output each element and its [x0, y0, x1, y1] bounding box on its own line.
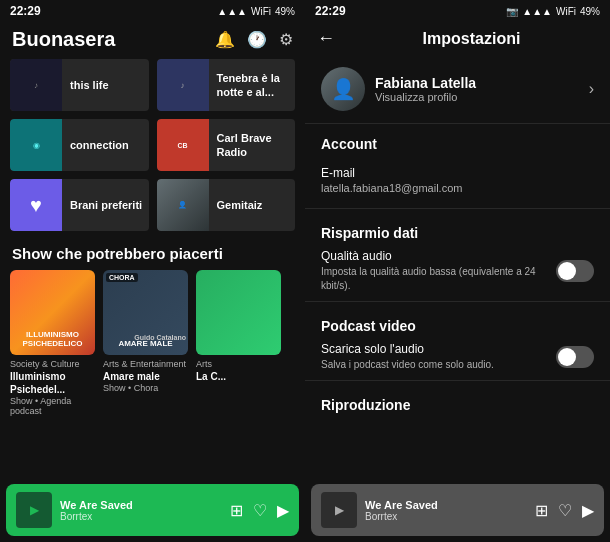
- scarica-audio-label: Scarica solo l'audio: [321, 342, 548, 356]
- show-name-illum: Illuminismo Psichedel...: [10, 370, 95, 396]
- toggle-thumb-qualita: [558, 262, 576, 280]
- player-controls-right: ⊞ ♡ ▶: [535, 501, 594, 520]
- grid-label-carl: Carl Brave Radio: [217, 131, 296, 160]
- header-icons: 🔔 🕐 ⚙: [215, 30, 293, 49]
- section-title-risparmio: Risparmio dati: [321, 225, 594, 241]
- grid-art-gemitaiz: 👤: [157, 179, 209, 231]
- section-title-riproduzione: Riproduzione: [321, 397, 594, 413]
- player-controls-left: ⊞ ♡ ▶: [230, 501, 289, 520]
- status-icons-right: 📷 ▲▲▲ WiFi 49%: [506, 6, 600, 17]
- grid-item-tenebra[interactable]: ♪ Tenebra è la notte e al...: [157, 59, 296, 111]
- show-item-illuminismo[interactable]: ILLUMINISMOPSICHEDELICO Society & Cultur…: [10, 270, 95, 416]
- devices-icon-right[interactable]: ⊞: [535, 501, 548, 520]
- greeting: Buonasera: [12, 28, 115, 51]
- scarica-audio-desc: Salva i podcast video come solo audio.: [321, 358, 548, 372]
- avatar-icon: 👤: [331, 77, 356, 101]
- grid-item-brani[interactable]: ♥ Brani preferiti: [10, 179, 149, 231]
- qualita-audio-info: Qualità audio Imposta la qualità audio b…: [321, 249, 556, 293]
- show-cover-third: [196, 270, 281, 355]
- qualita-audio-toggle[interactable]: [556, 260, 594, 282]
- section-account: Account E-mail latella.fabiana18@gmail.c…: [305, 124, 610, 204]
- signal-icon: ▲▲▲: [217, 6, 247, 17]
- settings-title: Impostazioni: [345, 30, 598, 48]
- section-risparmio: Risparmio dati Qualità audio Imposta la …: [305, 213, 610, 297]
- devices-icon[interactable]: ⊞: [230, 501, 243, 520]
- time-left: 22:29: [10, 4, 41, 18]
- header-row: Buonasera 🔔 🕐 ⚙: [0, 22, 305, 59]
- grid-label-brani: Brani preferiti: [70, 198, 142, 212]
- back-button[interactable]: ←: [317, 28, 335, 49]
- battery-right: 49%: [580, 6, 600, 17]
- grid-item-connection[interactable]: ◉ connection: [10, 119, 149, 171]
- show-name-amare: Amare male: [103, 370, 188, 383]
- show-cover-text-illum: ILLUMINISMOPSICHEDELICO: [14, 331, 91, 349]
- show-sub-illum: Show • Agenda podcast: [10, 396, 95, 416]
- show-cover-amare: CHORA AMARE MALE Guido Catalano: [103, 270, 188, 355]
- grid-label-tenebra: Tenebra è la notte e al...: [217, 71, 296, 100]
- player-info-left: We Are Saved Borrtex: [60, 499, 222, 522]
- scarica-audio-info: Scarica solo l'audio Salva i podcast vid…: [321, 342, 556, 372]
- show-category-amare: Arts & Entertainment: [103, 359, 188, 370]
- grid-label-connection: connection: [70, 138, 129, 152]
- section-title-podcast: Podcast video: [321, 318, 594, 334]
- settings-icon[interactable]: ⚙: [279, 30, 293, 49]
- profile-row[interactable]: 👤 Fabiana Latella Visualizza profilo ›: [305, 59, 610, 124]
- player-art-icon-right: ▶: [335, 503, 344, 517]
- settings-item-email: E-mail latella.fabiana18@gmail.com: [321, 160, 594, 200]
- divider-3: [305, 380, 610, 381]
- show-item-amare[interactable]: CHORA AMARE MALE Guido Catalano Arts & E…: [103, 270, 188, 416]
- show-name-third: La C...: [196, 370, 281, 383]
- qualita-audio-label: Qualità audio: [321, 249, 548, 263]
- history-icon[interactable]: 🕐: [247, 30, 267, 49]
- show-cover-illuminismo: ILLUMINISMOPSICHEDELICO: [10, 270, 95, 355]
- scarica-audio-toggle[interactable]: [556, 346, 594, 368]
- status-bar-right: 22:29 📷 ▲▲▲ WiFi 49%: [305, 0, 610, 22]
- play-icon[interactable]: ▶: [277, 501, 289, 520]
- show-item-third[interactable]: Arts La C...: [196, 270, 281, 416]
- heart-icon: ♥: [30, 194, 42, 217]
- grid-item-gemitaiz[interactable]: 👤 Gemitaiz: [157, 179, 296, 231]
- grid-item-carl-brave[interactable]: CB Carl Brave Radio: [157, 119, 296, 171]
- time-right: 22:29: [315, 4, 346, 18]
- heart-player-icon[interactable]: ♡: [253, 501, 267, 520]
- signal-icon-right: ▲▲▲: [522, 6, 552, 17]
- battery-left: 49%: [275, 6, 295, 17]
- player-info-right: We Are Saved Borrtex: [365, 499, 527, 522]
- profile-view-label: Visualizza profilo: [375, 91, 589, 103]
- grid-item-this-life[interactable]: ♪ this life: [10, 59, 149, 111]
- player-art-right: ▶: [321, 492, 357, 528]
- player-left[interactable]: ▶ We Are Saved Borrtex ⊞ ♡ ▶: [6, 484, 299, 536]
- email-value: latella.fabiana18@gmail.com: [321, 182, 594, 194]
- show-category-third: Arts: [196, 359, 281, 370]
- divider-2: [305, 301, 610, 302]
- toggle-thumb-scarica: [558, 348, 576, 366]
- grid-label-this-life: this life: [70, 78, 109, 92]
- player-right[interactable]: ▶ We Are Saved Borrtex ⊞ ♡ ▶: [311, 484, 604, 536]
- player-art-icon: ▶: [30, 503, 39, 517]
- bottom-strip-left: ▶ We Are Saved Borrtex ⊞ ♡ ▶: [0, 478, 305, 542]
- scarica-audio-row: Scarica solo l'audio Salva i podcast vid…: [321, 342, 594, 372]
- email-label: E-mail: [321, 166, 594, 180]
- show-category-illum: Society & Culture: [10, 359, 95, 370]
- player-artist-right: Borrtex: [365, 511, 527, 522]
- section-podcast: Podcast video Scarica solo l'audio Salva…: [305, 306, 610, 376]
- camera-icon: 📷: [506, 6, 518, 17]
- qualita-audio-desc: Imposta la qualità audio bassa (equivale…: [321, 265, 548, 293]
- grid-art-tenebra: ♪: [157, 59, 209, 111]
- show-cover-text-amare: AMARE MALE: [107, 340, 184, 349]
- wifi-icon-right: WiFi: [556, 6, 576, 17]
- profile-info: Fabiana Latella Visualizza profilo: [365, 75, 589, 103]
- section-riproduzione: Riproduzione: [305, 385, 610, 425]
- guido-label: Guido Catalano: [134, 334, 186, 341]
- chevron-right-icon: ›: [589, 80, 594, 98]
- heart-player-icon-right[interactable]: ♡: [558, 501, 572, 520]
- show-sub-amare: Show • Chora: [103, 383, 188, 393]
- profile-avatar: 👤: [321, 67, 365, 111]
- section-title-account: Account: [321, 136, 594, 152]
- grid-label-gemitaiz: Gemitaiz: [217, 198, 263, 212]
- play-icon-right[interactable]: ▶: [582, 501, 594, 520]
- divider-1: [305, 208, 610, 209]
- bell-icon[interactable]: 🔔: [215, 30, 235, 49]
- grid-art-this-life: ♪: [10, 59, 62, 111]
- player-artist-left: Borrtex: [60, 511, 222, 522]
